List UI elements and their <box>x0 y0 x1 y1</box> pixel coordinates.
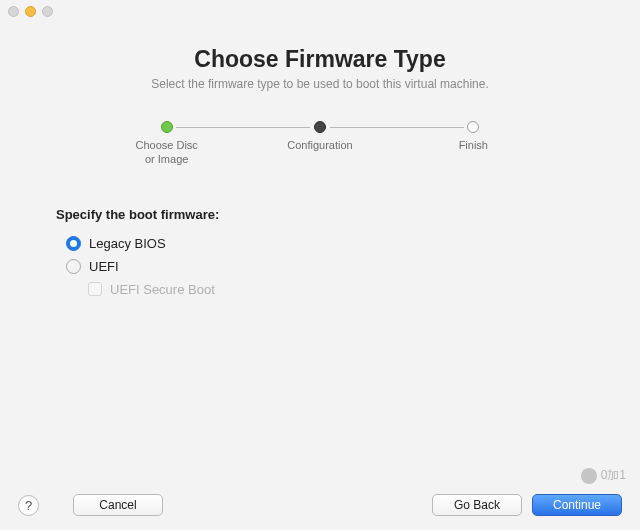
go-back-button[interactable]: Go Back <box>432 494 522 516</box>
cancel-button[interactable]: Cancel <box>73 494 163 516</box>
traffic-light-minimize[interactable] <box>25 6 36 17</box>
step-dot-icon <box>314 121 326 133</box>
step-dot-icon <box>161 121 173 133</box>
boot-firmware-label: Specify the boot firmware: <box>56 207 584 222</box>
radio-legacy-bios[interactable]: Legacy BIOS <box>66 236 584 251</box>
watermark-icon <box>581 468 597 484</box>
help-button[interactable]: ? <box>18 495 39 516</box>
page-header: Choose Firmware Type Select the firmware… <box>0 46 640 91</box>
traffic-light-zoom[interactable] <box>42 6 53 17</box>
stepper-connector <box>176 127 310 128</box>
form-content: Specify the boot firmware: Legacy BIOS U… <box>0 167 640 297</box>
step-label: Finish <box>397 139 550 153</box>
watermark-text: 0加1 <box>601 467 626 484</box>
radio-icon <box>66 236 81 251</box>
stepper-connector <box>330 127 464 128</box>
radio-label: UEFI <box>89 259 119 274</box>
progress-stepper: Choose Discor Image Configuration Finish <box>90 121 550 167</box>
window-titlebar <box>0 0 640 22</box>
step-dot-icon <box>467 121 479 133</box>
dialog-footer: ? Cancel Go Back Continue <box>0 494 640 516</box>
radio-label: Legacy BIOS <box>89 236 166 251</box>
radio-icon <box>66 259 81 274</box>
step-label: Choose Discor Image <box>90 139 243 167</box>
radio-uefi[interactable]: UEFI <box>66 259 584 274</box>
step-label: Configuration <box>243 139 396 153</box>
page-subtitle: Select the firmware type to be used to b… <box>0 77 640 91</box>
step-finish: Finish <box>397 121 550 153</box>
checkbox-uefi-secure-boot: UEFI Secure Boot <box>88 282 584 297</box>
traffic-light-close[interactable] <box>8 6 19 17</box>
step-configuration: Configuration <box>243 121 396 153</box>
watermark: 0加1 <box>581 467 626 484</box>
continue-button[interactable]: Continue <box>532 494 622 516</box>
checkbox-icon <box>88 282 102 296</box>
page-title: Choose Firmware Type <box>0 46 640 73</box>
checkbox-label: UEFI Secure Boot <box>110 282 215 297</box>
